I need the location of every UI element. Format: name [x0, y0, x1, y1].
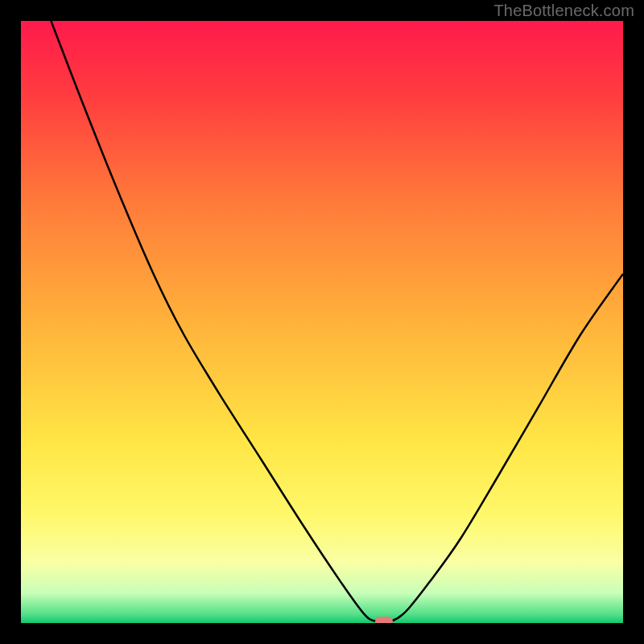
chart-svg [21, 21, 623, 623]
optimal-point-marker [375, 617, 393, 623]
chart-background [21, 21, 623, 623]
attribution-label: TheBottleneck.com [493, 2, 634, 20]
chart-plot-area [21, 21, 623, 623]
